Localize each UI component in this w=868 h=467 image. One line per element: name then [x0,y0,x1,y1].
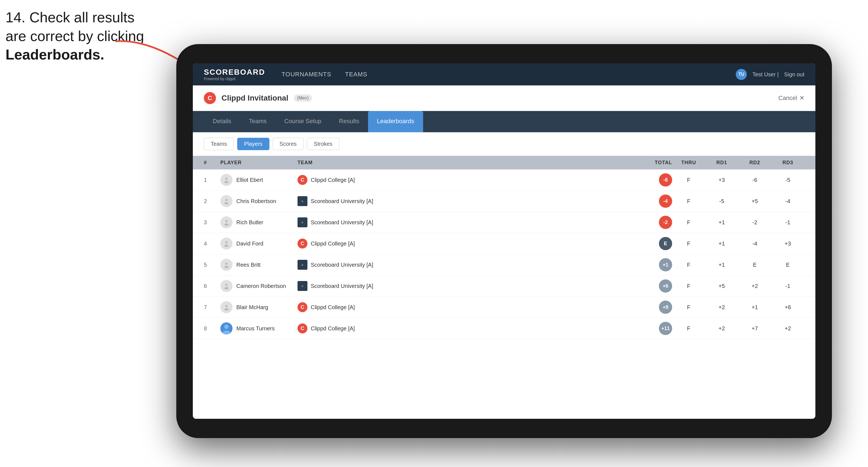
team-cell: C Clippd College [A] [298,323,633,333]
rd2-cell: +2 [738,283,771,289]
team-name: Clippd College [A] [311,304,355,311]
team-logo: C [298,302,307,312]
rd3-cell: -4 [771,198,804,205]
player-cell: Chris Robertson [220,195,298,207]
total-cell: -2 [633,216,672,229]
team-cell: ≡ Scoreboard University [A] [298,260,633,270]
team-cell: ≡ Scoreboard University [A] [298,217,633,227]
rd2-cell: -2 [738,219,771,226]
thru-cell: F [672,304,705,311]
svg-point-16 [224,324,229,329]
rd2-cell: +1 [738,304,771,311]
svg-point-13 [225,305,227,307]
svg-point-9 [225,262,227,265]
tab-results[interactable]: Results [330,111,368,132]
player-cell: David Ford [220,238,298,250]
rd2-cell: -4 [738,241,771,247]
tab-bar: Details Teams Course Setup Results Leade… [193,111,815,132]
player-name: Chris Robertson [236,198,276,205]
logo-area: SCOREBOARD Powered by clippd [204,68,265,81]
logo-text: SCOREBOARD [204,68,265,76]
table-row: 3 Rich Butler ≡ Scoreboard University [A… [193,212,815,233]
player-avatar [220,280,232,292]
player-name: Cameron Robertson [236,283,286,289]
cancel-button[interactable]: Cancel ✕ [778,94,804,102]
rd3-cell: +6 [771,304,804,311]
filter-teams-button[interactable]: Teams [204,138,234,150]
col-thru: THRU [672,160,705,165]
tab-leaderboards[interactable]: Leaderboards [368,111,423,132]
team-logo: ≡ [298,260,307,270]
table-row: 2 Chris Robertson ≡ Scoreboard Universit… [193,191,815,212]
thru-cell: F [672,241,705,247]
player-cell: Marcus Turners [220,322,298,335]
rd2-cell: +7 [738,325,771,332]
tournament-name: Clippd Invitational [221,94,288,102]
filter-bar: Teams Players Scores Strokes [193,132,815,156]
nav-right: TU Test User | Sign out [736,69,804,80]
col-rd3: RD3 [771,160,804,165]
svg-point-12 [224,287,229,289]
thru-cell: F [672,219,705,226]
table-header: # PLAYER TEAM TOTAL THRU RD1 RD2 RD3 [193,156,815,169]
player-name: Blair McHarg [236,304,268,311]
rank: 8 [204,325,220,332]
tab-course-setup[interactable]: Course Setup [276,111,330,132]
thru-cell: F [672,325,705,332]
tab-details[interactable]: Details [204,111,240,132]
rd1-cell: +5 [705,283,738,289]
score-badge: -4 [659,194,672,208]
player-name: Rees Britt [236,262,260,268]
team-name: Clippd College [A] [311,241,355,247]
score-badge: +11 [659,322,672,335]
thru-cell: F [672,283,705,289]
nav-tournaments[interactable]: TOURNAMENTS [282,69,331,80]
table-row: 8 Marcus Turners C Clippd College [A] +1… [193,318,815,339]
signout-button[interactable]: Sign out [784,71,804,78]
score-badge: +6 [659,279,672,292]
rank: 6 [204,283,220,289]
player-avatar [220,216,232,228]
total-cell: -4 [633,194,672,208]
rd1-cell: +1 [705,262,738,268]
team-cell: ≡ Scoreboard University [A] [298,196,633,206]
rd3-cell: E [771,262,804,268]
top-navigation: SCOREBOARD Powered by clippd TOURNAMENTS… [193,63,815,85]
team-name: Scoreboard University [A] [311,219,373,226]
tournament-title-area: C Clippd Invitational (Men) [204,92,312,104]
svg-point-11 [225,284,227,286]
col-total: TOTAL [633,160,672,165]
player-cell: Elliot Ebert [220,174,298,186]
table-row: 5 Rees Britt ≡ Scoreboard University [A]… [193,254,815,276]
rank: 2 [204,198,220,205]
team-cell: C Clippd College [A] [298,175,633,185]
table-row: 7 Blair McHarg C Clippd College [A] +9 F… [193,297,815,318]
tournament-header: C Clippd Invitational (Men) Cancel ✕ [193,85,815,111]
svg-point-3 [225,199,227,201]
svg-point-8 [224,245,229,247]
team-logo: C [298,175,307,185]
rd3-cell: -1 [771,283,804,289]
player-name: David Ford [236,241,264,247]
nav-teams[interactable]: TEAMS [345,69,368,80]
score-badge: E [659,237,672,250]
total-cell: +1 [633,258,672,271]
filter-players-button[interactable]: Players [237,138,270,150]
tab-teams[interactable]: Teams [240,111,276,132]
player-cell: Rich Butler [220,216,298,228]
player-avatar [220,195,232,207]
svg-point-14 [224,308,229,311]
table-row: 1 Elliot Ebert C Clippd College [A] -8 F… [193,169,815,191]
player-cell: Cameron Robertson [220,280,298,292]
rank: 7 [204,304,220,311]
total-cell: E [633,237,672,250]
rd3-cell: +2 [771,325,804,332]
svg-point-6 [224,223,229,226]
rd1-cell: +3 [705,177,738,183]
thru-cell: F [672,262,705,268]
svg-point-10 [224,266,229,268]
logo-sub: Powered by clippd [204,76,265,81]
filter-strokes-button[interactable]: Strokes [307,138,339,150]
rd2-cell: +5 [738,198,771,205]
filter-scores-button[interactable]: Scores [273,138,304,150]
